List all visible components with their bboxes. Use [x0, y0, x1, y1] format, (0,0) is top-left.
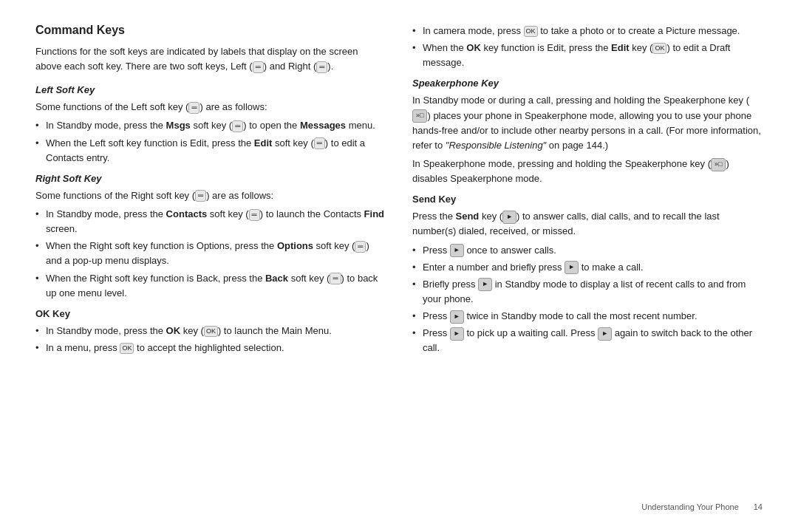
list-item: In camera mode, press OK to take a photo…	[412, 24, 763, 38]
list-item: In Standby mode, press the Msgs soft key…	[35, 118, 386, 133]
msgs-key-icon: ═	[232, 120, 243, 132]
speaker-key-icon2: »□	[711, 158, 726, 171]
left-soft-key-intro: Some functions of the Left soft key (═) …	[35, 100, 386, 115]
footer-page-number: 14	[754, 502, 763, 511]
options-key-icon: ═	[355, 241, 366, 253]
back-key-icon: ═	[330, 273, 341, 284]
page: Command Keys Functions for the soft keys…	[0, 0, 798, 532]
send-icon-5: ►	[450, 327, 464, 341]
send-icon-4: ►	[450, 310, 464, 324]
left-soft-key-section: Left Soft Key Some functions of the Left…	[35, 84, 386, 166]
right-soft-key-section: Right Soft Key Some functions of the Rig…	[35, 173, 386, 301]
ok-key-bullets: In Standby mode, press the OK key (OK) t…	[35, 324, 386, 355]
right-soft-key-intro: Some functions of the Right soft key (═)…	[35, 188, 386, 203]
list-item: Press ► once to answer calls.	[412, 243, 763, 258]
speakerphone-para1: In Standby mode or during a call, pressi…	[412, 93, 763, 153]
camera-bullets: In camera mode, press OK to take a photo…	[412, 24, 763, 70]
ok-icon: OK	[204, 326, 218, 337]
right-key-icon2: ═	[195, 190, 206, 202]
ok-icon2: OK	[120, 343, 134, 354]
send-icon-6: ►	[598, 327, 612, 341]
ok-icon-edit: OK	[652, 43, 666, 54]
list-item: When the Right soft key function is Opti…	[35, 239, 386, 268]
list-item: Press ► twice in Standby mode to call th…	[412, 309, 763, 324]
speakerphone-key-section: Speakerphone Key In Standby mode or duri…	[412, 78, 763, 186]
list-item: In Standby mode, press the Contacts soft…	[35, 207, 386, 236]
right-column: In camera mode, press OK to take a photo…	[412, 24, 763, 495]
left-key-inline: ═	[188, 102, 200, 114]
left-column: Command Keys Functions for the soft keys…	[35, 24, 386, 495]
list-item: When the OK key function is Edit, press …	[412, 41, 763, 70]
intro-text: Functions for the soft keys are indicate…	[35, 44, 386, 74]
ok-icon-cam: OK	[524, 26, 538, 37]
speakerphone-key-title: Speakerphone Key	[412, 78, 763, 89]
edit-key-icon: ═	[314, 137, 325, 149]
list-item: In a menu, press OK to accept the highli…	[35, 341, 386, 355]
list-item: Enter a number and briefly press ► to ma…	[412, 260, 763, 275]
ok-key-title: OK Key	[35, 308, 386, 319]
contacts-key-icon: ═	[249, 209, 260, 221]
send-key-bullets: Press ► once to answer calls. Enter a nu…	[412, 243, 763, 356]
send-key-title: Send Key	[412, 194, 763, 205]
left-key-icon: ═	[253, 61, 264, 73]
right-soft-key-bullets: In Standby mode, press the Contacts soft…	[35, 207, 386, 301]
list-item: Press ► to pick up a waiting call. Press…	[412, 326, 763, 355]
list-item: When the Right soft key function is Back…	[35, 271, 386, 301]
list-item: Briefly press ► in Standby mode to displ…	[412, 277, 763, 307]
send-icon-2: ►	[565, 261, 579, 274]
content-area: Command Keys Functions for the soft keys…	[35, 24, 763, 495]
left-soft-key-bullets: In Standby mode, press the Msgs soft key…	[35, 118, 386, 165]
right-soft-key-title: Right Soft Key	[35, 173, 386, 184]
send-icon-3: ►	[478, 278, 492, 291]
footer: Understanding Your Phone 14	[35, 502, 763, 511]
footer-label: Understanding Your Phone	[641, 502, 739, 511]
page-title: Command Keys	[35, 24, 386, 37]
send-key-intro: Press the Send key (►) to answer calls, …	[412, 209, 763, 239]
speaker-key-icon: »□	[412, 109, 427, 123]
speakerphone-para2: In Speakerphone mode, pressing and holdi…	[412, 157, 763, 186]
send-key-section: Send Key Press the Send key (►) to answe…	[412, 194, 763, 355]
ok-key-section: OK Key In Standby mode, press the OK key…	[35, 308, 386, 355]
list-item: In Standby mode, press the OK key (OK) t…	[35, 324, 386, 338]
left-soft-key-title: Left Soft Key	[35, 84, 386, 95]
right-key-icon: ═	[316, 61, 327, 73]
list-item: When the Left soft key function is Edit,…	[35, 136, 386, 166]
send-icon-1: ►	[450, 244, 464, 257]
send-key-icon: ►	[502, 211, 516, 224]
